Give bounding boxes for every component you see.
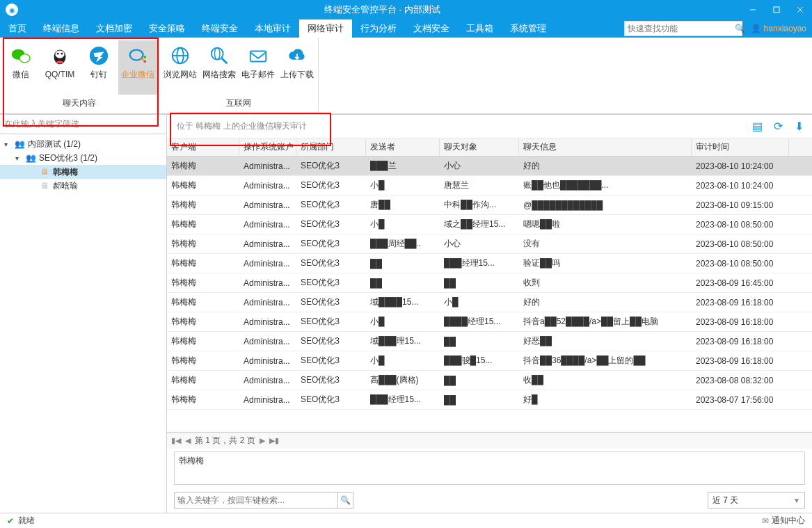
column-header[interactable]: 发送者 <box>366 138 440 156</box>
table-row[interactable]: 韩梅梅Administra...SEO优化3小████骏█15...抖音██36… <box>167 351 812 371</box>
search-icon[interactable]: 🔍 <box>337 493 353 508</box>
export-button[interactable]: ⬇ <box>791 119 806 134</box>
ribbon-group-label: 互联网 <box>159 95 318 113</box>
table-cell: ██ <box>440 371 519 390</box>
table-cell: Administra... <box>239 234 296 253</box>
table-row[interactable]: 韩梅梅Administra...SEO优化3唐██中科██作沟...@█████… <box>167 195 812 215</box>
maximize-button[interactable] <box>765 0 788 19</box>
menu-tab[interactable]: 首页 <box>0 19 35 38</box>
table-row[interactable]: 韩梅梅Administra...SEO优化3高███(腾格)██收██2023-… <box>167 371 812 390</box>
pager-next-icon[interactable]: ▶ <box>260 436 265 445</box>
menu-tab[interactable]: 终端信息 <box>35 19 88 38</box>
menu-tab[interactable]: 工具箱 <box>458 19 502 38</box>
table-cell: SEO优化3 <box>296 234 366 253</box>
menu-tab[interactable]: 网络审计 <box>299 19 352 38</box>
ribbon-item-cloud[interactable]: 上传下载 <box>278 40 317 95</box>
table-cell: 域████15... <box>366 293 440 312</box>
table-row[interactable]: 韩梅梅Administra...SEO优化3█████经理15...验证██吗2… <box>167 254 812 273</box>
mail-icon <box>247 45 269 67</box>
tree-group[interactable]: ▾ 👥 SEO优化3 (1/2) <box>0 151 166 165</box>
ribbon-item-dingtalk[interactable]: 钉钉 <box>79 40 118 95</box>
tree-root[interactable]: ▾ 👥 内部测试 (1/2) <box>0 137 166 151</box>
table-cell: ████经理15... <box>440 312 519 331</box>
table-row[interactable]: 韩梅梅Administra...SEO优化3███兰小心好的2023-08-10… <box>167 157 812 176</box>
ribbon-item-mail[interactable]: 电子邮件 <box>239 40 278 95</box>
table-row[interactable]: 韩梅梅Administra...SEO优化3小█域之██经理15...嗯嗯██啦… <box>167 215 812 234</box>
pager-last-icon[interactable]: ▶▮ <box>269 436 279 445</box>
dingtalk-icon <box>88 45 110 67</box>
table-cell: SEO优化3 <box>296 390 366 409</box>
menu-tab[interactable]: 文档加密 <box>88 19 141 38</box>
menu-tab[interactable]: 安全策略 <box>141 19 193 38</box>
table-cell: 2023-08-10 08:50:00 <box>692 234 789 253</box>
refresh-button[interactable]: ⟳ <box>770 119 786 134</box>
time-range-select[interactable]: 近 7 天 ▼ <box>708 492 805 509</box>
table-cell: SEO优化3 <box>296 157 366 175</box>
table-cell: 2023-08-10 08:50:00 <box>692 254 789 273</box>
table-row[interactable]: 韩梅梅Administra...SEO优化3小█唐慧兰账██他也███████.… <box>167 176 812 195</box>
svg-point-13 <box>142 58 145 61</box>
ribbon-item-globe[interactable]: 浏览网站 <box>161 40 200 95</box>
menu-tab[interactable]: 系统管理 <box>502 19 555 38</box>
table-cell: 唐慧兰 <box>440 176 519 195</box>
table-row[interactable]: 韩梅梅Administra...SEO优化3███周经██..小心没有2023-… <box>167 234 812 254</box>
detail-pane: 韩梅梅 <box>174 451 805 485</box>
table-cell: 小█ <box>366 351 440 370</box>
table-body[interactable]: 韩梅梅Administra...SEO优化3███兰小心好的2023-08-10… <box>167 157 812 432</box>
column-header[interactable]: 聊天信息 <box>519 138 692 156</box>
table-cell: ███骏█15... <box>440 351 519 370</box>
table-row[interactable]: 韩梅梅Administra...SEO优化3███经理15...██好█2023… <box>167 390 812 410</box>
minimize-button[interactable] <box>741 0 765 19</box>
table-row[interactable]: 韩梅梅Administra...SEO优化3域████15...小█好的2023… <box>167 293 812 312</box>
ribbon-item-wechat[interactable]: 微信 <box>1 40 40 95</box>
menu-bar: 首页终端信息文档加密安全策略终端安全本地审计网络审计行为分析文档安全工具箱系统管… <box>0 19 812 38</box>
search-icon[interactable]: 🔍 <box>735 24 745 33</box>
keyword-input[interactable] <box>175 495 337 505</box>
columns-button[interactable]: ▤ <box>749 119 765 134</box>
table-row[interactable]: 韩梅梅Administra...SEO优化3域███理15...██好恶██20… <box>167 332 812 351</box>
current-user[interactable]: 👤 hanxiaoyao <box>745 19 812 38</box>
ribbon-group-internet: 浏览网站网络搜索电子邮件上传下载 互联网 <box>159 38 319 113</box>
column-header[interactable]: 聊天对象 <box>440 138 519 156</box>
keyword-search[interactable]: 🔍 <box>174 492 353 509</box>
table-cell: 韩梅梅 <box>167 254 239 273</box>
svg-rect-1 <box>774 7 779 13</box>
table-row[interactable]: 韩梅梅Administra...SEO优化3小█████经理15...抖音a██… <box>167 312 812 332</box>
menu-tab[interactable]: 文档安全 <box>405 19 458 38</box>
svg-rect-22 <box>250 51 266 61</box>
table-cell: 韩梅梅 <box>167 176 239 195</box>
global-search[interactable]: 🔍 <box>624 21 742 36</box>
ribbon-item-search-globe[interactable]: 网络搜索 <box>200 40 239 95</box>
pager-prev-icon[interactable]: ◀ <box>185 436 191 445</box>
table-cell: 韩梅梅 <box>167 215 239 234</box>
ribbon-item-workweixin[interactable]: 企业微信 <box>118 40 157 95</box>
table-cell: 2023-08-10 10:24:00 <box>692 176 789 195</box>
column-header[interactable]: 操作系统账户 <box>239 138 296 156</box>
svg-point-15 <box>143 61 146 63</box>
ribbon-item-qq[interactable]: QQ/TIM <box>40 40 79 95</box>
tree-leaf[interactable]: 🖥郝晗瑜 <box>0 179 166 193</box>
collapse-icon[interactable]: ▾ <box>4 141 11 148</box>
menu-tab[interactable]: 本地审计 <box>246 19 299 38</box>
table-cell: 2023-08-07 17:56:00 <box>692 390 789 409</box>
svg-point-5 <box>19 54 30 63</box>
table-row[interactable]: 韩梅梅Administra...SEO优化3████收到2023-08-09 1… <box>167 273 812 293</box>
tree-leaf[interactable]: 🖥韩梅梅 <box>0 165 166 179</box>
column-header[interactable]: 客户端 <box>167 138 239 156</box>
table-cell: SEO优化3 <box>296 273 366 292</box>
global-search-input[interactable] <box>625 22 735 35</box>
pager-first-icon[interactable]: ▮◀ <box>171 436 181 445</box>
column-header[interactable]: 审计时间 <box>692 138 789 156</box>
table-cell: 2023-08-10 09:15:00 <box>692 195 789 214</box>
collapse-icon[interactable]: ▾ <box>15 154 22 162</box>
menu-tab[interactable]: 行为分析 <box>352 19 405 38</box>
column-header[interactable]: 所属部门 <box>296 138 366 156</box>
users-icon: 👥 <box>14 139 25 149</box>
tree-filter[interactable]: 在此输入关键字筛选... <box>0 115 166 134</box>
notify-center[interactable]: 通知中心 <box>772 515 805 527</box>
close-button[interactable] <box>788 0 812 19</box>
table-cell: SEO优化3 <box>296 332 366 351</box>
table-cell: 韩梅梅 <box>167 312 239 331</box>
svg-point-9 <box>61 53 63 55</box>
menu-tab[interactable]: 终端安全 <box>193 19 246 38</box>
